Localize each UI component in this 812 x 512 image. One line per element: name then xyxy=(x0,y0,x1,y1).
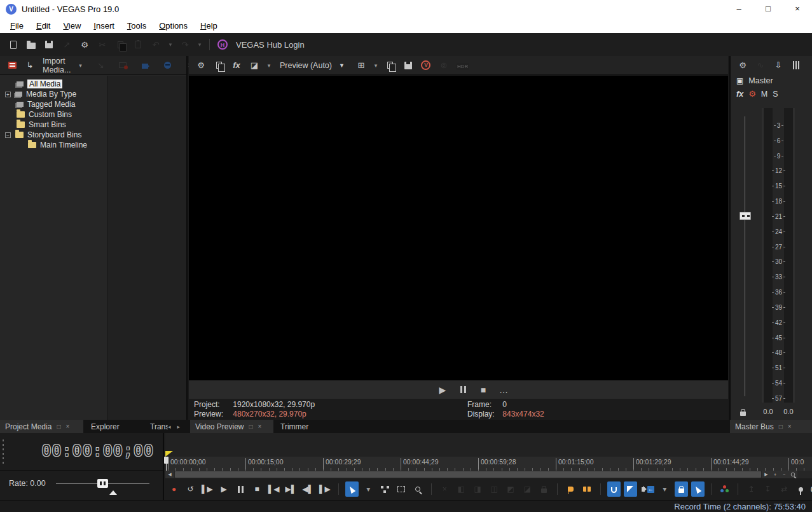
preview-more-button[interactable]: … xyxy=(497,382,511,398)
scroll-right-icon[interactable]: ▶ xyxy=(762,471,771,478)
master-fader-handle[interactable] xyxy=(740,212,751,220)
preview-360-icon[interactable]: ⊚ xyxy=(437,58,451,73)
lock-envelopes-button[interactable] xyxy=(675,481,688,497)
save-snapshot-icon[interactable] xyxy=(401,58,415,73)
preview-settings-gear-icon[interactable]: ⚙ xyxy=(194,58,208,73)
cursor-timecode-display[interactable]: 00:00:00;00 xyxy=(41,441,154,460)
insert-assignable-fx-icon[interactable]: ▣ xyxy=(736,76,743,85)
solo-button[interactable]: S xyxy=(773,90,778,99)
tree-item[interactable]: +Media By Type xyxy=(0,89,107,99)
menu-help[interactable]: Help xyxy=(194,21,224,31)
open-project-icon[interactable] xyxy=(24,37,38,52)
import-media-button[interactable]: Import Media... xyxy=(43,57,71,74)
copy-icon[interactable] xyxy=(113,37,127,52)
slip-trim-button[interactable]: ◩ xyxy=(504,481,518,497)
delete-button[interactable]: × xyxy=(438,481,451,497)
vegas-capture-icon[interactable] xyxy=(419,58,433,73)
cut-icon[interactable]: ✂ xyxy=(95,37,109,52)
zoom-in-icon[interactable]: + xyxy=(771,471,780,478)
close-nested-timeline-button[interactable]: ⇄ xyxy=(778,481,791,497)
preview-pause-button[interactable] xyxy=(456,382,470,398)
menu-options[interactable]: Options xyxy=(153,21,194,31)
record-button[interactable]: ● xyxy=(167,481,181,497)
mixer-settings-gear-icon[interactable]: ⚙ xyxy=(736,57,750,73)
undo-icon[interactable]: ↶ xyxy=(149,37,163,52)
timeline-ruler[interactable]: 00:00:00;0000:00:15;0000:00:29;2900:00:4… xyxy=(165,457,812,471)
tree-item[interactable]: −Storyboard Bins xyxy=(0,130,107,140)
scroll-left-icon[interactable]: ◀ xyxy=(165,471,174,478)
master-fx-button[interactable]: fx xyxy=(736,90,743,99)
vegas-hub-button[interactable] xyxy=(216,37,230,52)
envelope-edit-tool-button[interactable] xyxy=(378,481,392,497)
undock-icon[interactable]: □ xyxy=(249,423,253,430)
marker-pin-icon[interactable] xyxy=(794,481,808,497)
external-monitor-icon[interactable] xyxy=(212,58,226,73)
video-preview-screen[interactable] xyxy=(189,76,728,380)
next-frame-button[interactable]: ▌▶ xyxy=(318,481,332,497)
timeline-marker-flag[interactable] xyxy=(165,451,173,457)
play-from-start-button[interactable]: ▌▶ xyxy=(200,481,214,497)
tab-transitions[interactable]: Trans xyxy=(145,420,168,433)
menu-tools[interactable]: Tools xyxy=(121,21,153,31)
insert-bus-icon[interactable] xyxy=(789,57,803,73)
auto-ripple-button[interactable] xyxy=(624,481,637,497)
save-project-icon[interactable] xyxy=(42,37,56,52)
undock-icon[interactable]: □ xyxy=(779,423,783,430)
vegas-hub-login-button[interactable]: VEGAS Hub Login xyxy=(236,40,305,50)
tree-expander-icon[interactable]: + xyxy=(5,92,11,97)
split-screen-dropdown-icon[interactable]: ▾ xyxy=(265,58,273,73)
minimize-button[interactable]: – xyxy=(724,0,754,18)
audio-routing-button[interactable] xyxy=(640,481,655,497)
undo-dropdown-icon[interactable]: ▾ xyxy=(167,37,174,52)
tree-item[interactable]: Main Timeline xyxy=(0,140,107,150)
menu-insert[interactable]: Insert xyxy=(87,21,121,31)
download-media-icon[interactable] xyxy=(160,58,174,73)
edit-tool-dropdown-icon[interactable]: ▾ xyxy=(362,481,375,497)
project-properties-gear-icon[interactable]: ⚙ xyxy=(78,37,92,52)
new-project-icon[interactable] xyxy=(6,37,20,52)
media-manager-icon[interactable] xyxy=(5,58,19,73)
insert-marker-button[interactable] xyxy=(564,481,577,497)
grid-overlay-dropdown-icon[interactable]: ▾ xyxy=(372,58,380,73)
selection-edit-tool-button[interactable] xyxy=(395,481,408,497)
media-list-area[interactable] xyxy=(108,76,186,420)
lock-fader-channels-icon[interactable] xyxy=(740,407,746,419)
mute-button[interactable]: M xyxy=(761,90,767,99)
downmix-output-icon[interactable]: ∿ xyxy=(754,57,767,73)
redo-icon[interactable]: ↷ xyxy=(178,37,192,52)
grid-overlay-icon[interactable]: ⊞ xyxy=(354,58,368,73)
tab-video-preview[interactable]: Video Preview □ × xyxy=(190,420,273,433)
tab-project-media[interactable]: Project Media □ × xyxy=(0,420,83,433)
ignore-event-grouping-button[interactable] xyxy=(691,481,705,497)
trim-end-button[interactable]: ◨ xyxy=(471,481,485,497)
lock-event-button[interactable] xyxy=(537,481,551,497)
scrollbar-thumb[interactable] xyxy=(175,471,761,478)
loop-playback-button[interactable]: ↺ xyxy=(184,481,197,497)
close-tab-icon[interactable]: × xyxy=(65,423,69,430)
slide-trim-button[interactable]: ◪ xyxy=(521,481,534,497)
import-media-dropdown-icon[interactable]: ▾ xyxy=(76,58,84,73)
menu-view[interactable]: View xyxy=(57,21,87,31)
tab-scroll-left-icon[interactable]: ◂ xyxy=(168,424,171,430)
paste-icon[interactable] xyxy=(131,37,145,52)
open-nested-timeline-button[interactable]: ↧ xyxy=(761,481,774,497)
dim-output-icon[interactable]: ⇩ xyxy=(771,57,785,73)
color-grading-button[interactable] xyxy=(718,481,731,497)
split-screen-view-icon[interactable]: ◪ xyxy=(247,58,261,73)
zoom-edit-tool-button[interactable] xyxy=(411,481,425,497)
trim-start-button[interactable]: ◧ xyxy=(455,481,468,497)
audio-routing-dropdown-icon[interactable]: ▾ xyxy=(658,481,671,497)
playhead-cursor[interactable] xyxy=(164,457,169,464)
close-button[interactable]: × xyxy=(783,0,812,18)
marker-bar[interactable] xyxy=(165,433,812,457)
redo-dropdown-icon[interactable]: ▾ xyxy=(196,37,203,52)
tree-item[interactable]: Custom Bins xyxy=(0,109,107,120)
play-button[interactable]: ▶ xyxy=(217,481,231,497)
copy-snapshot-icon[interactable] xyxy=(383,58,397,73)
previous-frame-button[interactable]: ◀▌ xyxy=(301,481,315,497)
enable-snapping-button[interactable] xyxy=(607,481,621,497)
maximize-button[interactable]: □ xyxy=(754,0,783,18)
insert-region-button[interactable] xyxy=(581,481,594,497)
preview-quality-button[interactable]: Preview (Auto) xyxy=(280,61,332,70)
publish-project-icon[interactable]: ↗ xyxy=(60,37,74,52)
